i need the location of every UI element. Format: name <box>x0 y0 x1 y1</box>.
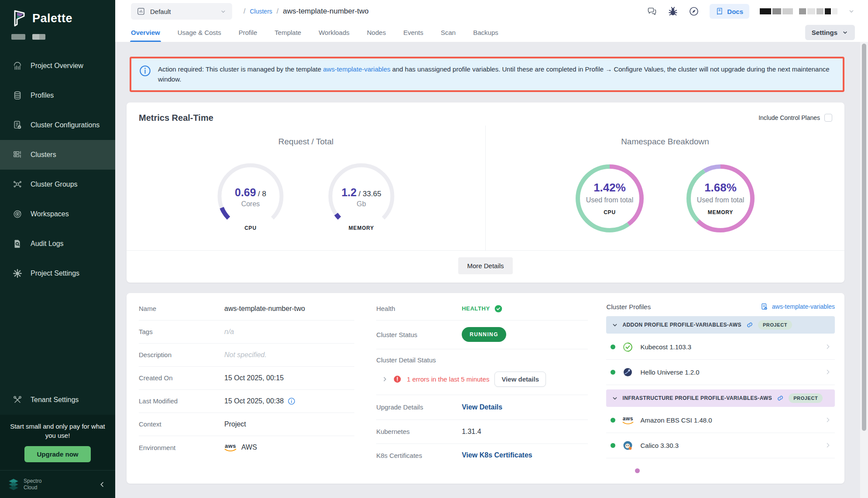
bug-report-icon[interactable] <box>668 6 678 17</box>
expand-chevron-icon[interactable] <box>381 376 388 382</box>
include-control-planes: Include Control Planes <box>758 114 832 122</box>
chevron-right-icon <box>824 343 831 350</box>
template-link[interactable]: aws-template-variables <box>323 65 390 73</box>
spectro-cloud-logo-icon <box>8 478 19 491</box>
tab-usage-costs[interactable]: Usage & Costs <box>178 23 221 42</box>
palette-logo: Palette <box>0 0 115 27</box>
breadcrumb-separator: / <box>244 7 245 15</box>
sidebar-item-tenant-settings[interactable]: Tenant Settings <box>0 385 115 415</box>
profile-item-partial[interactable] <box>606 458 835 484</box>
breadcrumb-clusters-link[interactable]: Clusters <box>250 8 272 15</box>
tools-icon <box>12 395 23 405</box>
chevron-down-icon[interactable] <box>848 8 855 15</box>
sidebar-item-label: Profiles <box>31 92 54 99</box>
status-dot <box>611 345 615 349</box>
hello-universe-icon <box>622 366 634 378</box>
vertical-scrollbar[interactable] <box>860 42 868 498</box>
sidebar-item-project-overview[interactable]: Project Overview <box>0 51 115 81</box>
project-icon <box>137 7 145 16</box>
sidebar-item-profiles[interactable]: Profiles <box>0 81 115 110</box>
error-icon <box>393 375 401 383</box>
chat-icon[interactable] <box>647 6 657 17</box>
sidebar-item-audit-logs[interactable]: Audit Logs <box>0 229 115 259</box>
addon-profile-section-header[interactable]: ADDON PROFILE PROFILE-VARIABLES-AWS PROJ… <box>606 316 835 334</box>
chevron-right-icon <box>824 416 831 423</box>
details-middle-column: Health HEALTHY Cluster Status RUNNING Cl… <box>365 297 597 484</box>
chevron-right-icon <box>824 368 831 375</box>
sidebar-item-project-settings[interactable]: Project Settings <box>0 259 115 288</box>
aws-icon: aws <box>224 443 237 452</box>
project-selector-value: Default <box>150 8 215 15</box>
tab-nodes[interactable]: Nodes <box>367 23 386 42</box>
sidebar: Palette Project Overview Profiles <box>0 0 115 498</box>
sidebar-item-label: Audit Logs <box>31 240 64 248</box>
doc-search-icon <box>12 239 23 249</box>
nodes-icon <box>12 179 23 190</box>
detail-row-last-modified: Last Modified 15 Oct 2025, 00:38 <box>139 390 354 413</box>
doc-check-icon <box>760 303 769 311</box>
tab-backups[interactable]: Backups <box>473 23 498 42</box>
redacted-username[interactable] <box>760 8 837 14</box>
sidebar-item-workspaces[interactable]: Workspaces <box>0 199 115 229</box>
sidebar-item-cluster-configurations[interactable]: Cluster Configurations <box>0 110 115 140</box>
sidebar-item-label: Cluster Groups <box>31 181 78 188</box>
view-k8s-certificates-link[interactable]: View K8s Certificates <box>462 451 532 459</box>
running-status-pill[interactable]: RUNNING <box>462 327 506 342</box>
profile-item-kubecost[interactable]: Kubecost 1.103.3 <box>606 334 835 360</box>
collapse-sidebar-icon[interactable] <box>99 481 106 488</box>
palette-logo-icon <box>11 10 27 27</box>
scrollbar-thumb[interactable] <box>862 44 866 431</box>
project-badge: PROJECT <box>789 393 823 403</box>
sidebar-item-cluster-groups[interactable]: Cluster Groups <box>0 170 115 199</box>
memory-gauge: 1.2 / 33.65 Gb MEMORY <box>324 161 398 231</box>
tab-overview[interactable]: Overview <box>131 23 160 42</box>
project-selector[interactable]: Default <box>131 3 232 20</box>
top-bar: Default / Clusters / aws-template-number… <box>115 0 868 23</box>
tab-events[interactable]: Events <box>403 23 423 42</box>
upgrade-view-details-link[interactable]: View Details <box>462 403 502 411</box>
tab-template[interactable]: Template <box>274 23 301 42</box>
profile-template-link[interactable]: aws-template-variables <box>760 303 835 311</box>
banner-text: Action required: This cluster is managed… <box>158 64 835 85</box>
settings-button[interactable]: Settings <box>805 25 855 40</box>
info-icon[interactable] <box>288 397 295 405</box>
docs-button[interactable]: Docs <box>710 4 749 19</box>
namespace-breakdown-title: Namespace Breakdown <box>621 137 709 147</box>
cluster-status-row: Cluster Status RUNNING <box>376 321 588 349</box>
chevron-down-icon <box>842 29 848 36</box>
detail-row-context: Context Project <box>139 413 354 436</box>
tab-workloads[interactable]: Workloads <box>319 23 350 42</box>
infrastructure-profile-section-header[interactable]: INFRASTRUCTURE PROFILE PROFILE-VARIABLES… <box>606 389 835 407</box>
servers-icon <box>12 150 23 160</box>
memory-donut: 1.68% Used from total MEMORY <box>683 161 758 235</box>
tab-profile[interactable]: Profile <box>239 23 257 42</box>
namespace-breakdown-panel: Namespace Breakdown 1.42% Used from tota… <box>486 126 844 250</box>
sidebar-spacer <box>0 288 115 385</box>
breadcrumb-separator: / <box>277 7 278 15</box>
view-details-button[interactable]: View details <box>494 372 546 387</box>
aws-icon: aws <box>622 414 634 426</box>
details-left-column: Name aws-template-number-two Tags n/a De… <box>127 297 365 484</box>
profile-item-amazon-ebs-csi[interactable]: aws Amazon EBS CSI 1.48.0 <box>606 408 835 433</box>
sidebar-item-clusters[interactable]: Clusters <box>0 140 115 170</box>
upsell-message: Start small and only pay for what you us… <box>8 422 107 441</box>
profile-item-calico[interactable]: Calico 3.30.3 <box>606 433 835 458</box>
profile-item-hello-universe[interactable]: Hello Universe 1.2.0 <box>606 360 835 385</box>
upgrade-now-button[interactable]: Upgrade now <box>24 446 90 462</box>
breadcrumb: / Clusters / aws-template-number-two <box>244 7 369 16</box>
chevron-down-icon <box>612 322 618 328</box>
sidebar-item-label: Cluster Configurations <box>31 121 99 129</box>
redacted-block <box>11 34 25 40</box>
compass-icon[interactable] <box>689 6 699 17</box>
include-control-planes-checkbox[interactable] <box>824 114 832 122</box>
more-details-button[interactable]: More Details <box>458 257 512 274</box>
cluster-profiles-panel: Cluster Profiles aws-template-variables … <box>597 297 844 484</box>
status-dot <box>611 443 615 448</box>
chevron-down-icon <box>220 8 226 15</box>
sidebar-nav: Project Overview Profiles Cluster Config… <box>0 51 115 288</box>
check-badge-icon <box>494 304 503 313</box>
tab-scan[interactable]: Scan <box>441 23 456 42</box>
request-total-title: Request / Total <box>278 137 333 147</box>
brand-name: Palette <box>32 12 72 25</box>
cluster-details-card: Name aws-template-number-two Tags n/a De… <box>127 293 844 484</box>
